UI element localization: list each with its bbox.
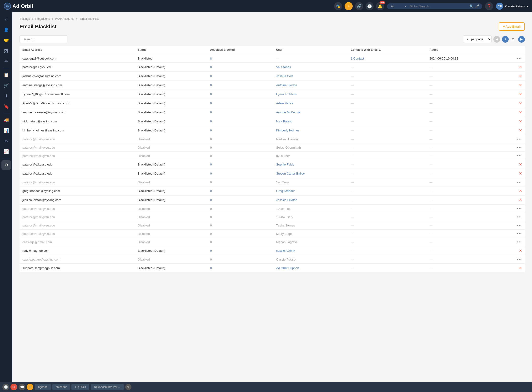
col-email-address[interactable]: Email Address (20, 46, 135, 54)
col-added[interactable]: Added (427, 46, 502, 54)
activities-link[interactable]: 0 (210, 146, 212, 149)
activities-link[interactable]: 0 (210, 249, 212, 252)
activities-link[interactable]: 8 (210, 57, 212, 60)
more-options-button[interactable]: ••• (517, 223, 522, 227)
user-link[interactable]: Antoine Sledge (276, 83, 297, 87)
user-link[interactable]: Joshua Cole (276, 74, 293, 78)
user-link[interactable]: Jessica Leviton (276, 198, 297, 202)
activities-link[interactable]: 0 (210, 74, 212, 78)
col-contacts-with-email[interactable]: Contacts With Email▲ (348, 46, 427, 54)
user-link[interactable]: 8705 user (276, 154, 290, 158)
breadcrumb-settings[interactable]: Settings (20, 17, 30, 20)
sidebar-item-contacts[interactable]: 👤 (1, 25, 11, 35)
prev-page-button[interactable]: ◀ (493, 36, 500, 43)
sidebar-item-reports[interactable]: 📊 (1, 126, 11, 135)
activities-link[interactable]: 0 (210, 207, 212, 211)
sidebar-item-crm[interactable]: 🤝 (1, 36, 11, 45)
user-link[interactable]: Matty Edgell (276, 232, 293, 236)
bottom-grid-icon[interactable]: ⊞ (27, 384, 33, 390)
activities-link[interactable]: 0 (210, 163, 212, 166)
sidebar-item-home[interactable]: ⌂ (1, 15, 11, 24)
user-link[interactable]: Cassie Pataro (276, 258, 296, 261)
activities-link[interactable]: 0 (210, 172, 212, 175)
activities-link[interactable]: 0 (210, 154, 212, 158)
activities-link[interactable]: 0 (210, 111, 212, 114)
add-email-button[interactable]: + Add Email (499, 22, 525, 31)
col-activities-blocked[interactable]: Activities Blocked (207, 46, 273, 54)
user-link[interactable]: Greg Krabach (276, 189, 296, 193)
user-link[interactable]: Nick Pataro (276, 120, 292, 123)
delete-button[interactable]: ✕ (519, 92, 522, 96)
search-icon[interactable]: 🔍 (469, 4, 473, 8)
page-2[interactable]: 2 (510, 36, 516, 43)
user-link[interactable]: Manon Lagreve (276, 240, 298, 244)
sidebar-item-upload[interactable]: ⬆ (1, 91, 11, 101)
activities-link[interactable]: 0 (210, 92, 212, 96)
delete-button[interactable]: ✕ (519, 128, 522, 133)
delete-button[interactable]: ✕ (519, 189, 522, 193)
add-button[interactable]: ＋ (345, 2, 353, 10)
sidebar-item-settings[interactable]: ⚙ (1, 160, 11, 170)
contacts-link[interactable]: 1 Contact (351, 57, 364, 60)
delete-button[interactable]: ✕ (519, 74, 522, 78)
bottom-mail-icon[interactable]: ✉ (10, 384, 17, 390)
user-link[interactable]: cassie ADMIN (276, 249, 296, 252)
activities-link[interactable]: 0 (210, 129, 212, 132)
activities-link[interactable]: 0 (210, 198, 212, 202)
sidebar-item-orders[interactable]: 📋 (1, 70, 11, 80)
sidebar-item-bookmark[interactable]: 🔖 (1, 102, 11, 111)
more-options-button[interactable]: ••• (517, 215, 522, 219)
page-1[interactable]: 1 (502, 36, 509, 43)
user-link[interactable]: Arynne McKenzie (276, 111, 301, 114)
sidebar-item-delivery[interactable]: 🚚 (1, 115, 11, 125)
user-link[interactable]: Sophie Faldo (276, 163, 295, 166)
activities-link[interactable]: 0 (210, 120, 212, 123)
link-button[interactable]: 🔗 (355, 2, 363, 10)
breadcrumb-imap[interactable]: IMAP Accounts (55, 17, 74, 20)
user-link[interactable]: Tasha Stones (276, 224, 295, 227)
user-link[interactable]: Kimberly Holmes (276, 129, 300, 132)
next-page-button[interactable]: ▶ (518, 36, 525, 43)
more-options-button[interactable]: ••• (517, 180, 522, 184)
clock-button[interactable]: 🕐 (366, 2, 374, 10)
col-status[interactable]: Status (135, 46, 207, 54)
delete-button[interactable]: ✕ (519, 83, 522, 87)
sidebar-item-cart[interactable]: 🛒 (1, 81, 11, 90)
more-options-button[interactable]: ••• (517, 240, 522, 244)
activities-link[interactable]: 0 (210, 240, 212, 244)
delete-button[interactable]: ✕ (519, 266, 522, 270)
user-link[interactable]: Steven Carter-Bailey (276, 172, 305, 175)
user-link[interactable]: Lynne Robbins (276, 92, 297, 96)
activities-link[interactable]: 0 (210, 83, 212, 87)
activities-link[interactable]: 0 (210, 224, 212, 227)
more-options-button[interactable]: ••• (517, 137, 522, 141)
activities-link[interactable]: 0 (210, 232, 212, 236)
app-logo[interactable]: ⊘ Ad Orbit (4, 3, 42, 10)
delete-button[interactable]: ✕ (519, 65, 522, 69)
user-link[interactable]: Selasi Gbormittah (276, 146, 301, 149)
delete-button[interactable]: ✕ (519, 248, 522, 253)
sidebar-item-analytics[interactable]: 📈 (1, 147, 11, 156)
bottom-tab-new-accounts[interactable]: New Accounts Per ... (91, 384, 124, 390)
activities-link[interactable]: 0 (210, 266, 212, 270)
user-link[interactable]: 10284 user2 (276, 215, 293, 219)
bottom-chat-icon[interactable]: 💬 (19, 384, 25, 390)
delete-button[interactable]: ✕ (519, 119, 522, 124)
sidebar-item-edit[interactable]: ✏ (1, 57, 11, 66)
notification-button[interactable]: 🔔 99+ (376, 2, 384, 10)
more-options-button[interactable]: ••• (517, 154, 522, 158)
more-options-button[interactable]: ••• (517, 56, 522, 60)
delete-button[interactable]: ✕ (519, 171, 522, 176)
global-search-input[interactable] (409, 5, 467, 8)
delete-button[interactable]: ✕ (519, 198, 522, 202)
sidebar-item-email[interactable]: ✉ (1, 136, 11, 146)
bottom-edit-button[interactable]: ✎ (125, 384, 131, 390)
help-button[interactable]: ❓ (485, 2, 493, 10)
activities-link[interactable]: 0 (210, 65, 212, 69)
activities-link[interactable]: 0 (210, 215, 212, 219)
activities-link[interactable]: 0 (210, 101, 212, 105)
more-options-button[interactable]: ••• (517, 232, 522, 236)
user-link[interactable]: Nadiya Hussain (276, 137, 298, 141)
per-page-select[interactable]: 10 per page 25 per page 50 per page 100 … (463, 35, 492, 43)
more-options-button[interactable]: ••• (517, 207, 522, 211)
